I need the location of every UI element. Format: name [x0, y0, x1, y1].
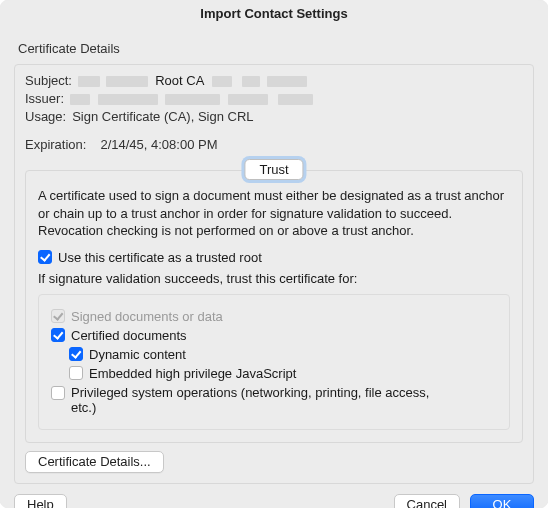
- trust-tab[interactable]: Trust: [244, 159, 303, 180]
- redacted-text: [267, 76, 307, 87]
- certificate-details-button[interactable]: Certificate Details...: [25, 451, 164, 473]
- use-trusted-root-label: Use this certificate as a trusted root: [58, 250, 262, 265]
- redacted-text: [278, 94, 313, 105]
- if-succeeds-label: If signature validation succeeds, trust …: [38, 271, 510, 286]
- certified-documents-label: Certified documents: [71, 328, 187, 343]
- checkbox-icon[interactable]: [51, 386, 65, 400]
- redacted-text: [70, 94, 90, 105]
- certificate-details-box: Subject: Root CA Issuer:: [14, 64, 534, 484]
- checkbox-icon[interactable]: [69, 366, 83, 380]
- checkbox-icon[interactable]: [69, 347, 83, 361]
- use-trusted-root-row[interactable]: Use this certificate as a trusted root: [38, 250, 510, 265]
- usage-value: Sign Certificate (CA), Sign CRL: [72, 109, 253, 124]
- subject-fragment: Root CA: [155, 73, 204, 88]
- trust-panel: Trust A certificate used to sign a docum…: [25, 170, 523, 443]
- redacted-text: [212, 76, 232, 87]
- signed-documents-label: Signed documents or data: [71, 309, 223, 324]
- redacted-text: [228, 94, 268, 105]
- high-priv-js-label: Embedded high privilege JavaScript: [89, 366, 296, 381]
- dynamic-content-label: Dynamic content: [89, 347, 186, 362]
- subject-row: Subject: Root CA: [25, 73, 523, 88]
- signed-documents-row: Signed documents or data: [51, 309, 497, 324]
- ok-button[interactable]: OK: [470, 494, 534, 508]
- checkbox-icon[interactable]: [38, 250, 52, 264]
- redacted-text: [78, 76, 100, 87]
- issuer-row: Issuer:: [25, 91, 523, 106]
- cancel-button[interactable]: Cancel: [394, 494, 460, 508]
- help-button[interactable]: Help: [14, 494, 67, 508]
- redacted-text: [106, 76, 148, 87]
- redacted-text: [242, 76, 260, 87]
- usage-row: Usage: Sign Certificate (CA), Sign CRL: [25, 109, 523, 124]
- cert-details-row: Certificate Details...: [25, 451, 523, 473]
- issuer-value: [70, 91, 313, 106]
- dynamic-content-row[interactable]: Dynamic content: [69, 347, 497, 362]
- checkbox-icon: [51, 309, 65, 323]
- trust-description: A certificate used to sign a document mu…: [38, 187, 510, 240]
- checkbox-icon[interactable]: [51, 328, 65, 342]
- dialog-window: Import Contact Settings Certificate Deta…: [0, 0, 548, 508]
- section-title: Certificate Details: [18, 41, 534, 56]
- subject-label: Subject:: [25, 73, 72, 88]
- priv-sys-ops-row[interactable]: Privileged system operations (networking…: [51, 385, 497, 415]
- priv-sys-ops-label: Privileged system operations (networking…: [71, 385, 431, 415]
- redacted-text: [165, 94, 220, 105]
- content-area: Certificate Details Subject: Root CA Iss…: [0, 27, 548, 484]
- expiration-value: 2/14/45, 4:08:00 PM: [100, 137, 217, 152]
- trust-options-box: Signed documents or data Certified docum…: [38, 294, 510, 430]
- expiration-row: Expiration: 2/14/45, 4:08:00 PM: [25, 137, 523, 152]
- certified-documents-row[interactable]: Certified documents: [51, 328, 497, 343]
- expiration-label: Expiration:: [25, 137, 86, 152]
- window-title: Import Contact Settings: [0, 0, 548, 27]
- dialog-footer: Help Cancel OK: [0, 484, 548, 508]
- usage-label: Usage:: [25, 109, 66, 124]
- high-priv-js-row[interactable]: Embedded high privilege JavaScript: [69, 366, 497, 381]
- subject-value: Root CA: [78, 73, 307, 88]
- redacted-text: [98, 94, 158, 105]
- issuer-label: Issuer:: [25, 91, 64, 106]
